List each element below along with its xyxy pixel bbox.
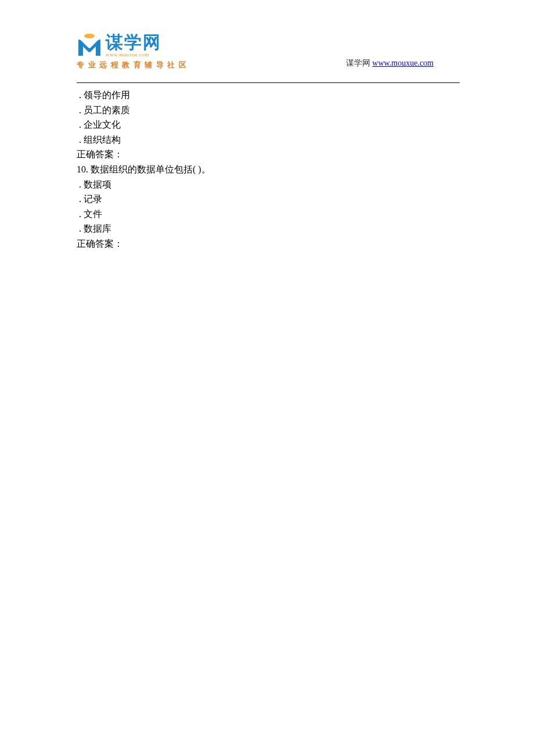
content-area: . 领导的作用 . 员工的素质 . 企业文化 . 组织结构 正确答案： 10. … — [77, 88, 460, 251]
logo-top-row: 谋学网 www.mouxue.com — [77, 33, 190, 58]
list-item: . 记录 — [77, 192, 460, 207]
header-right-label: 谋学网 — [346, 59, 373, 67]
header-area: 谋学网 www.mouxue.com 专业远程教育辅导社区 谋学网 www.mo… — [77, 33, 460, 82]
page-container: 谋学网 www.mouxue.com 专业远程教育辅导社区 谋学网 www.mo… — [0, 0, 534, 275]
logo-m-icon — [77, 33, 102, 58]
list-item: . 数据库 — [77, 221, 460, 236]
logo-sub-url: www.mouxue.com — [106, 52, 161, 57]
header-right: 谋学网 www.mouxue.com — [346, 58, 434, 69]
question-text: 10. 数据组织的数据单位包括( )。 — [77, 162, 460, 177]
list-item: . 文件 — [77, 207, 460, 222]
logo-main-text: 谋学网 — [106, 34, 161, 51]
logo-block: 谋学网 www.mouxue.com 专业远程教育辅导社区 — [77, 33, 190, 70]
header-right-link[interactable]: www.mouxue.com — [372, 59, 434, 67]
list-item: . 员工的素质 — [77, 103, 460, 118]
list-item: . 组织结构 — [77, 132, 460, 147]
header-divider — [77, 82, 460, 83]
answer-label: 正确答案： — [77, 147, 460, 162]
list-item: . 企业文化 — [77, 117, 460, 132]
list-item: . 数据项 — [77, 177, 460, 192]
logo-tagline: 专业远程教育辅导社区 — [77, 60, 190, 70]
logo-text-block: 谋学网 www.mouxue.com — [106, 34, 161, 57]
svg-point-0 — [84, 34, 95, 38]
answer-label: 正确答案： — [77, 236, 460, 251]
list-item: . 领导的作用 — [77, 88, 460, 103]
